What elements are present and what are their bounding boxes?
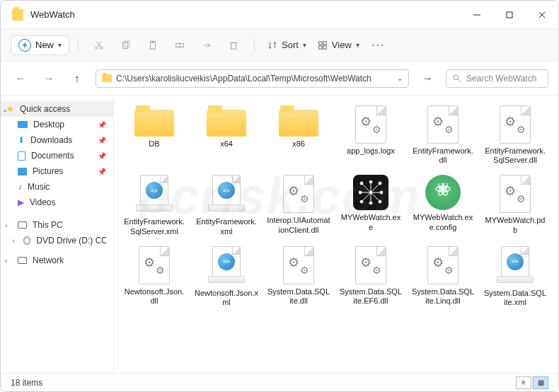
pictures-icon (18, 168, 27, 175)
minimize-button[interactable] (461, 1, 493, 29)
view-label: View (332, 40, 352, 50)
new-button[interactable]: + New ▾ (11, 35, 69, 55)
file-item[interactable]: System.Data.SQLite.Linq.dll (410, 246, 476, 307)
file-icon (427, 246, 459, 284)
file-item[interactable]: System.Data.SQLite.xml (482, 246, 548, 307)
file-item[interactable]: x64 (193, 105, 260, 165)
gear-icon (362, 256, 380, 275)
svg-rect-14 (231, 42, 236, 49)
icons-view-button[interactable]: ▦ (533, 376, 548, 389)
file-item[interactable]: EntityFramework.dll (410, 105, 476, 165)
search-input[interactable]: Search WebWatch (446, 69, 548, 88)
paste-button[interactable] (141, 35, 165, 56)
delete-button[interactable] (221, 35, 246, 56)
file-item[interactable]: MYWebWatch.exe.config (410, 175, 476, 236)
sidebar-item-pictures[interactable]: Pictures📌 (1, 163, 113, 179)
svg-point-26 (360, 182, 363, 185)
pin-icon: 📌 (98, 121, 106, 129)
video-icon: ▶ (18, 197, 24, 207)
forward-button[interactable]: → (39, 69, 59, 88)
sidebar-network[interactable]: ›Network (1, 253, 113, 268)
sidebar-dvd-drive[interactable]: ›DVD Drive (D:) CCCC (1, 233, 113, 248)
svg-point-27 (379, 182, 381, 185)
file-item[interactable]: EntityFramework.xml (193, 175, 260, 236)
file-item[interactable]: Newtonsoft.Json.dll (121, 246, 188, 307)
pin-icon: 📌 (98, 152, 106, 160)
refresh-button[interactable]: → (417, 69, 437, 88)
sort-button[interactable]: Sort ▾ (263, 40, 311, 50)
sort-label: Sort (282, 40, 299, 50)
svg-rect-16 (319, 41, 322, 44)
close-button[interactable] (526, 1, 558, 29)
sidebar-this-pc[interactable]: ›This PC (1, 217, 113, 233)
disc-icon (23, 236, 30, 245)
file-label: Newtonsoft.Json.dll (122, 287, 186, 306)
more-button[interactable]: ··· (367, 35, 391, 56)
view-button[interactable]: View ▾ (313, 40, 364, 50)
delete-icon (229, 40, 238, 50)
rename-button[interactable] (168, 35, 192, 56)
desktop-icon (18, 121, 28, 128)
file-label: EntityFramework.xml (195, 217, 258, 236)
svg-rect-11 (151, 40, 154, 42)
sidebar-item-music[interactable]: ♪Music (1, 179, 113, 195)
xml-file-icon (497, 246, 534, 286)
config-icon (425, 175, 461, 210)
titlebar: WebWatch (1, 1, 558, 29)
svg-point-34 (369, 191, 372, 194)
file-item[interactable]: System.Data.SQLite.EF6.dll (338, 246, 404, 307)
sort-icon (267, 40, 277, 50)
address-input[interactable]: C:\Users\karolisliucveikis\AppData\Local… (96, 69, 409, 88)
file-item[interactable]: EntityFramework.SqlServer.dll (482, 105, 548, 165)
file-item[interactable]: Interop.UIAutomationClient.dll (265, 175, 332, 236)
sidebar-item-documents[interactable]: Documents📌 (1, 148, 113, 163)
gear-icon (434, 115, 452, 134)
file-item[interactable]: app_logs.logx (338, 105, 404, 165)
statusbar: 18 items ≡ ▦ (1, 373, 558, 391)
download-icon: ⬇ (18, 135, 25, 145)
file-item[interactable]: x86 (265, 105, 332, 165)
music-icon: ♪ (18, 182, 22, 192)
file-item[interactable]: Newtonsoft.Json.xml (193, 246, 260, 307)
close-icon (537, 10, 547, 20)
file-item[interactable]: System.Data.SQLite.dll (265, 246, 332, 307)
file-list[interactable]: DBx64x86app_logs.logxEntityFramework.dll… (114, 96, 558, 373)
folder-icon (279, 105, 318, 137)
gear-icon (506, 185, 524, 203)
file-label: EntityFramework.dll (411, 146, 475, 165)
toolbar: + New ▾ Sort ▾ View ▾ ··· (1, 29, 558, 62)
file-icon (283, 246, 314, 284)
sidebar-item-downloads[interactable]: ⬇Downloads📌 (1, 132, 113, 148)
quick-access-label: Quick access (20, 104, 70, 114)
pc-icon (18, 221, 27, 229)
file-item[interactable]: MYWebWatch.exe (338, 175, 404, 236)
sidebar-item-videos[interactable]: ▶Videos (1, 195, 113, 210)
cut-button[interactable] (87, 35, 111, 56)
file-label: Newtonsoft.Json.xml (195, 289, 258, 307)
file-label: app_logs.logx (347, 146, 395, 165)
file-item[interactable]: MYWebWatch.pdb (482, 175, 548, 236)
details-view-button[interactable]: ≡ (516, 376, 531, 389)
file-label: MYWebWatch.exe (339, 213, 403, 231)
file-item[interactable]: EntityFramework.SqlServer.xml (121, 175, 188, 236)
back-button[interactable]: ← (11, 69, 30, 88)
svg-point-32 (359, 191, 362, 194)
file-item[interactable]: DB (121, 105, 188, 165)
svg-point-33 (380, 191, 383, 194)
gear-icon (289, 185, 308, 203)
sidebar-quick-access[interactable]: ⌄ ★ Quick access (1, 101, 113, 117)
chevron-right-icon: › (5, 257, 7, 265)
copy-button[interactable] (114, 35, 138, 56)
svg-point-35 (441, 187, 445, 191)
chevron-down-icon[interactable]: ⌄ (397, 74, 403, 82)
share-button[interactable] (195, 35, 219, 56)
file-label: EntityFramework.SqlServer.dll (483, 146, 547, 165)
file-icon (500, 105, 531, 144)
up-button[interactable]: ↑ (67, 69, 87, 88)
file-label: x64 (220, 139, 233, 158)
file-icon (139, 246, 170, 284)
maximize-button[interactable] (493, 1, 526, 29)
chevron-down-icon: ▾ (356, 41, 359, 49)
cut-icon (94, 40, 104, 50)
sidebar-item-desktop[interactable]: Desktop📌 (1, 117, 113, 132)
